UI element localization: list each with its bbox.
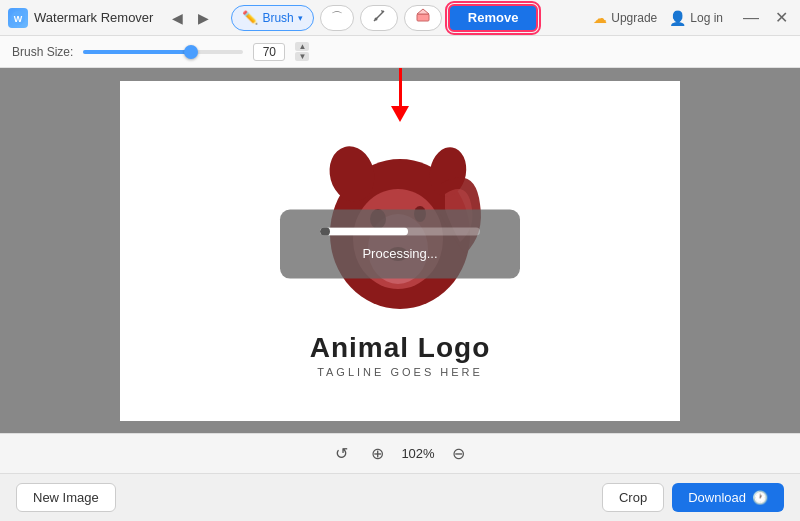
download-icon: 🕐 <box>752 490 768 505</box>
brush-arrows: ▲ ▼ <box>295 42 309 61</box>
svg-rect-3 <box>417 14 429 21</box>
footer-bar: New Image Crop Download 🕐 <box>0 473 800 521</box>
image-canvas[interactable]: Animal Logo TAGLINE GOES HERE Processing… <box>120 81 680 421</box>
zoom-level: 102% <box>401 446 434 461</box>
remove-button[interactable]: Remove <box>448 4 539 32</box>
zoom-out-button[interactable]: ⊖ <box>447 442 471 466</box>
erase-tool-button[interactable] <box>404 5 442 31</box>
download-button[interactable]: Download 🕐 <box>672 483 784 512</box>
window-controls: — ✕ <box>739 6 792 29</box>
download-label: Download <box>688 490 746 505</box>
svg-point-2 <box>374 18 377 21</box>
brush-decrease-button[interactable]: ▼ <box>295 52 309 61</box>
svg-marker-4 <box>417 9 429 14</box>
toolbar: ✏️ Brush ▾ ⌒ Remove <box>231 4 585 32</box>
upgrade-label: Upgrade <box>611 11 657 25</box>
app-logo: W Watermark Remover <box>8 8 153 28</box>
brush-bar: Brush Size: 70 ▲ ▼ <box>0 36 800 68</box>
canvas-area[interactable]: Animal Logo TAGLINE GOES HERE Processing… <box>0 68 800 433</box>
rotate-button[interactable]: ↺ <box>329 442 353 466</box>
brush-value: 70 <box>253 43 285 61</box>
brush-icon: ✏️ <box>242 10 258 25</box>
logo-title: Animal Logo <box>310 332 491 364</box>
brush-slider-track[interactable] <box>83 50 243 54</box>
progress-bar-track <box>320 227 480 235</box>
magic-tool-button[interactable] <box>360 5 398 31</box>
footer-right: Crop Download 🕐 <box>602 483 784 512</box>
title-bar: W Watermark Remover ◀ ▶ ✏️ Brush ▾ ⌒ <box>0 0 800 36</box>
brush-increase-button[interactable]: ▲ <box>295 42 309 51</box>
main-content: Animal Logo TAGLINE GOES HERE Processing… <box>0 68 800 521</box>
nav-arrows: ◀ ▶ <box>165 6 215 30</box>
minimize-button[interactable]: — <box>739 6 763 29</box>
progress-dot <box>320 227 330 235</box>
new-image-button[interactable]: New Image <box>16 483 116 512</box>
title-bar-right: ☁ Upgrade 👤 Log in — ✕ <box>593 6 792 29</box>
brush-label: Brush <box>262 11 293 25</box>
forward-button[interactable]: ▶ <box>191 6 215 30</box>
magic-icon <box>371 8 387 27</box>
processing-overlay: Processing... <box>280 209 520 278</box>
brush-slider-thumb[interactable] <box>184 45 198 59</box>
lasso-icon: ⌒ <box>331 9 343 26</box>
svg-text:W: W <box>14 14 23 24</box>
upgrade-button[interactable]: ☁ Upgrade <box>593 10 657 26</box>
bottom-bar: ↺ ⊕ 102% ⊖ <box>0 433 800 473</box>
brush-chevron-icon: ▾ <box>298 13 303 23</box>
logo-tagline: TAGLINE GOES HERE <box>317 366 483 378</box>
processing-text: Processing... <box>362 245 437 260</box>
close-button[interactable]: ✕ <box>771 6 792 29</box>
login-button[interactable]: 👤 Log in <box>669 10 723 26</box>
lasso-tool-button[interactable]: ⌒ <box>320 5 354 31</box>
zoom-in-button[interactable]: ⊕ <box>365 442 389 466</box>
progress-bar-fill <box>320 227 408 235</box>
erase-icon <box>415 8 431 27</box>
login-label: Log in <box>690 11 723 25</box>
brush-tool-button[interactable]: ✏️ Brush ▾ <box>231 5 313 31</box>
brush-size-label: Brush Size: <box>12 45 73 59</box>
brush-slider-fill <box>83 50 187 54</box>
upgrade-icon: ☁ <box>593 10 607 26</box>
logo-icon: W <box>8 8 28 28</box>
app-title: Watermark Remover <box>34 10 153 25</box>
user-icon: 👤 <box>669 10 686 26</box>
crop-button[interactable]: Crop <box>602 483 664 512</box>
back-button[interactable]: ◀ <box>165 6 189 30</box>
